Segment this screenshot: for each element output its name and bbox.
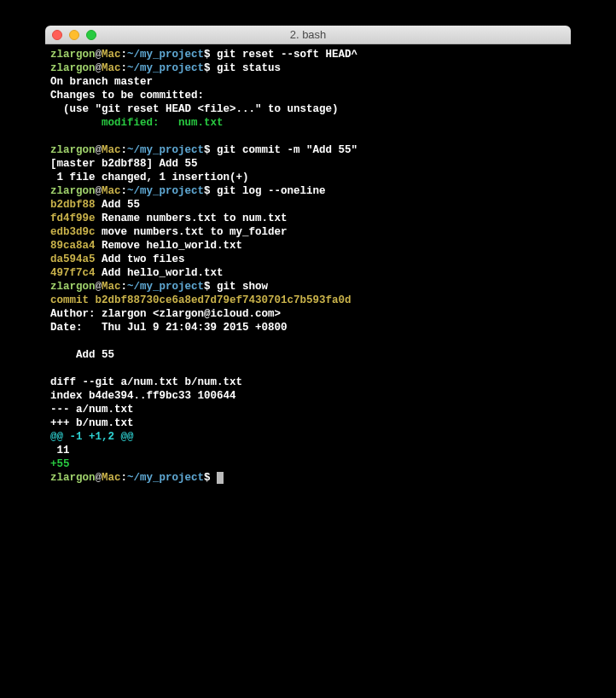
prompt-dollar: $ bbox=[204, 49, 217, 61]
minimize-button[interactable] bbox=[69, 30, 79, 40]
output-line: [master b2dbf88] Add 55 bbox=[50, 157, 566, 171]
zoom-button[interactable] bbox=[86, 30, 96, 40]
prompt-at: @ bbox=[96, 49, 102, 61]
output-line bbox=[50, 334, 566, 348]
prompt-colon: : bbox=[121, 49, 128, 61]
output-line: Changes to be committed: bbox=[50, 89, 566, 102]
prompt-line: zlargon@Mac:~/my_project$ git reset --so… bbox=[50, 48, 566, 61]
commit-line: commit b2dbf88730ce6a8ed7d79ef7430701c7b… bbox=[50, 294, 566, 307]
output-line: modified: num.txt bbox=[50, 116, 566, 130]
diff-add-line: +55 bbox=[50, 457, 566, 471]
output-line: 1 file changed, 1 insertion(+) bbox=[50, 171, 566, 184]
close-button[interactable] bbox=[52, 30, 62, 40]
output-line: (use "git reset HEAD <file>..." to unsta… bbox=[50, 102, 566, 116]
terminal-content[interactable]: zlargon@Mac:~/my_project$ git reset --so… bbox=[45, 44, 571, 657]
log-line: da594a5 Add two files bbox=[50, 253, 566, 266]
log-line: edb3d9c move numbers.txt to my_folder bbox=[50, 225, 566, 239]
output-line: Date: Thu Jul 9 21:04:39 2015 +0800 bbox=[50, 321, 566, 334]
command: git log --oneline bbox=[217, 185, 326, 197]
log-line: b2dbf88 Add 55 bbox=[50, 198, 566, 212]
prompt-line: zlargon@Mac:~/my_project$ bbox=[50, 471, 566, 485]
diff-line: +++ b/num.txt bbox=[50, 416, 566, 430]
output-line: Add 55 bbox=[50, 348, 566, 362]
terminal-window: 2. bash zlargon@Mac:~/my_project$ git re… bbox=[45, 26, 571, 657]
log-line: 89ca8a4 Remove hello_world.txt bbox=[50, 239, 566, 253]
log-line: fd4f99e Rename numbers.txt to num.txt bbox=[50, 212, 566, 225]
prompt-user: zlargon bbox=[50, 49, 96, 61]
diff-line: index b4de394..ff9bc33 100644 bbox=[50, 389, 566, 403]
log-line: 497f7c4 Add hello_world.txt bbox=[50, 266, 566, 280]
titlebar[interactable]: 2. bash bbox=[45, 26, 571, 44]
traffic-lights bbox=[52, 30, 96, 40]
diff-context-line: 11 bbox=[50, 444, 566, 457]
diff-line: --- a/num.txt bbox=[50, 403, 566, 416]
window-title: 2. bash bbox=[290, 28, 327, 41]
hunk-line: @@ -1 +1,2 @@ bbox=[50, 430, 566, 444]
prompt-path: ~/my_project bbox=[127, 49, 204, 61]
prompt-line: zlargon@Mac:~/my_project$ git log --onel… bbox=[50, 184, 566, 198]
prompt-host: Mac bbox=[102, 49, 121, 61]
command: git commit -m "Add 55" bbox=[217, 144, 357, 156]
prompt-line: zlargon@Mac:~/my_project$ git status bbox=[50, 61, 566, 75]
prompt-line: zlargon@Mac:~/my_project$ git commit -m … bbox=[50, 143, 566, 157]
output-line bbox=[50, 362, 566, 375]
prompt-line: zlargon@Mac:~/my_project$ git show bbox=[50, 280, 566, 294]
command: git show bbox=[217, 281, 268, 293]
diff-line: diff --git a/num.txt b/num.txt bbox=[50, 375, 566, 389]
output-line bbox=[50, 130, 566, 143]
cursor bbox=[217, 472, 224, 484]
output-line: Author: zlargon <zlargon@icloud.com> bbox=[50, 307, 566, 321]
output-line: On branch master bbox=[50, 75, 566, 89]
command: git reset --soft HEAD^ bbox=[217, 49, 357, 61]
command: git status bbox=[217, 62, 281, 74]
